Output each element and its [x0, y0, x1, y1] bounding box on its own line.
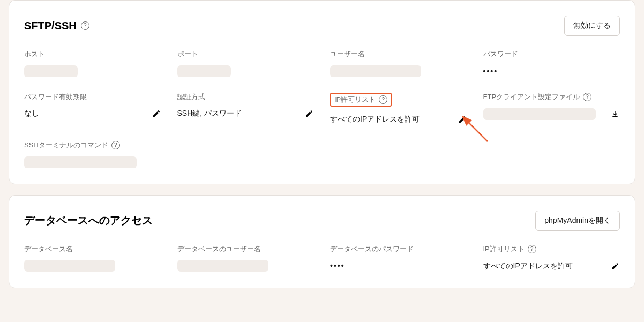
- db-ip-allowlist-value: すべてのIPアドレスを許可: [483, 261, 605, 271]
- db-password-field: データベースのパスワード ••••: [330, 245, 467, 273]
- username-label: ユーザー名: [330, 50, 467, 58]
- port-label: ポート: [177, 50, 314, 58]
- ftp-client-file-label-text: FTPクライアント設定ファイル: [483, 93, 580, 101]
- auth-method-value: SSH鍵, パスワード: [177, 109, 299, 118]
- db-card-title: データベースへのアクセス: [24, 213, 153, 228]
- password-value: ••••: [483, 67, 620, 76]
- ftp-client-file-redacted: [483, 108, 596, 120]
- help-icon[interactable]: [81, 21, 89, 30]
- help-icon[interactable]: [528, 245, 536, 253]
- ssh-terminal-redacted: [24, 156, 137, 168]
- password-expiry-value: なし: [24, 109, 146, 118]
- ssh-terminal-label: SSHターミナルのコマンド: [24, 141, 161, 149]
- download-icon[interactable]: [610, 109, 620, 119]
- ip-allowlist-label-text: IP許可リスト: [334, 95, 376, 104]
- db-fields-grid: データベース名 データベースのユーザー名 データベースのパスワード •••• I…: [24, 245, 620, 273]
- port-field: ポート: [177, 50, 314, 78]
- username-field: ユーザー名: [330, 50, 467, 78]
- host-value-redacted: [24, 65, 78, 77]
- host-label: ホスト: [24, 50, 161, 58]
- database-access-card: データベースへのアクセス phpMyAdminを開く データベース名 データベー…: [9, 195, 635, 288]
- ip-allowlist-field: IP許可リスト すべてのIPアドレスを許可: [330, 93, 467, 126]
- help-icon[interactable]: [379, 95, 387, 104]
- db-ip-allowlist-field: IP許可リスト すべてのIPアドレスを許可: [483, 245, 620, 273]
- ip-allowlist-label-highlighted: IP許可リスト: [330, 93, 392, 107]
- auth-method-field: 認証方式 SSH鍵, パスワード: [177, 93, 314, 126]
- db-name-label: データベース名: [24, 245, 161, 253]
- db-user-label: データベースのユーザー名: [177, 245, 314, 253]
- sftp-title-text: SFTP/SSH: [24, 20, 77, 32]
- password-expiry-field: パスワード有効期限 なし: [24, 93, 161, 126]
- sftp-ssh-card: SFTP/SSH 無効にする ホスト ポート ユーザー名 パスワード •••• …: [9, 0, 635, 184]
- help-icon[interactable]: [583, 93, 591, 101]
- sftp-card-title: SFTP/SSH: [24, 20, 89, 32]
- ssh-terminal-label-text: SSHターミナルのコマンド: [24, 141, 108, 149]
- password-field: パスワード ••••: [483, 50, 620, 78]
- edit-icon[interactable]: [152, 109, 161, 118]
- db-user-field: データベースのユーザー名: [177, 245, 314, 273]
- password-expiry-label: パスワード有効期限: [24, 93, 161, 101]
- edit-icon[interactable]: [458, 115, 467, 124]
- edit-icon[interactable]: [304, 109, 314, 118]
- username-value-redacted: [330, 65, 421, 77]
- ssh-terminal-field: SSHターミナルのコマンド: [24, 141, 161, 169]
- db-password-value: ••••: [330, 261, 467, 270]
- password-label: パスワード: [483, 50, 620, 58]
- port-value-redacted: [177, 65, 231, 77]
- sftp-fields-grid: ホスト ポート ユーザー名 パスワード •••• パスワード有効期限 なし: [24, 50, 620, 169]
- disable-button[interactable]: 無効にする: [564, 16, 620, 36]
- help-icon[interactable]: [111, 141, 120, 149]
- edit-icon[interactable]: [610, 261, 620, 271]
- db-card-header: データベースへのアクセス phpMyAdminを開く: [24, 211, 620, 231]
- host-field: ホスト: [24, 50, 161, 78]
- ftp-client-file-label: FTPクライアント設定ファイル: [483, 93, 620, 101]
- open-phpmyadmin-button[interactable]: phpMyAdminを開く: [535, 211, 620, 231]
- ip-allowlist-value: すべてのIPアドレスを許可: [330, 115, 452, 124]
- db-user-redacted: [177, 260, 268, 272]
- ftp-client-file-field: FTPクライアント設定ファイル: [483, 93, 620, 126]
- db-ip-allowlist-label-text: IP許可リスト: [483, 245, 525, 253]
- auth-method-label: 認証方式: [177, 93, 314, 101]
- db-password-label: データベースのパスワード: [330, 245, 467, 253]
- db-name-field: データベース名: [24, 245, 161, 273]
- db-name-redacted: [24, 260, 115, 272]
- sftp-card-header: SFTP/SSH 無効にする: [24, 16, 620, 36]
- db-ip-allowlist-label: IP許可リスト: [483, 245, 620, 253]
